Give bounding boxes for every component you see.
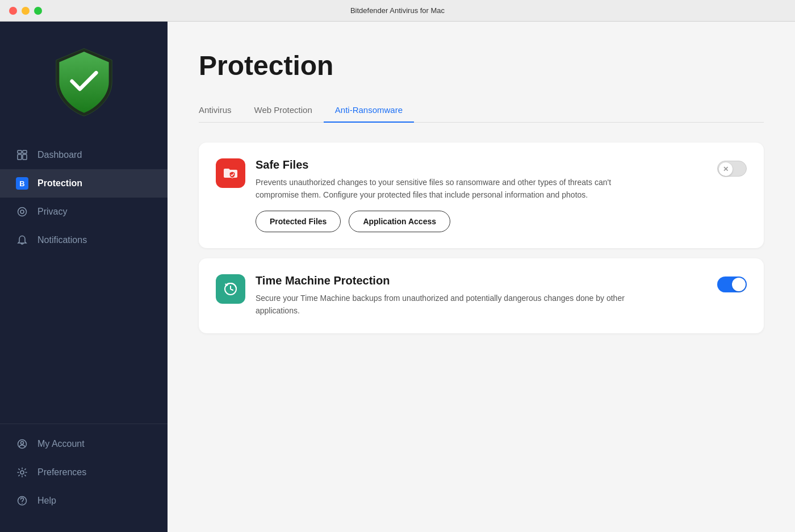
protected-files-button[interactable]: Protected Files xyxy=(256,211,341,232)
safe-files-card: Safe Files Prevents unauthorized changes… xyxy=(199,143,764,248)
window-title: Bitdefender Antivirus for Mac xyxy=(350,6,445,15)
privacy-icon xyxy=(16,206,28,218)
sidebar: Dashboard B Protection Privacy xyxy=(0,22,168,532)
preferences-icon xyxy=(16,466,28,479)
safe-files-description: Prevents unauthorized changes to your se… xyxy=(256,176,653,202)
safe-files-title: Safe Files xyxy=(256,158,707,171)
svg-point-8 xyxy=(20,471,24,474)
dashboard-icon xyxy=(16,149,28,161)
tab-antivirus[interactable]: Antivirus xyxy=(199,98,243,123)
sidebar-nav: Dashboard B Protection Privacy xyxy=(0,135,168,424)
app-container: Dashboard B Protection Privacy xyxy=(0,0,795,532)
tabs-container: Antivirus Web Protection Anti-Ransomware xyxy=(199,98,764,123)
main-content: Protection Antivirus Web Protection Anti… xyxy=(168,22,795,532)
x-mark-icon: ✕ xyxy=(723,166,729,172)
sidebar-item-my-account[interactable]: My Account xyxy=(0,430,168,458)
account-icon xyxy=(16,438,28,450)
sidebar-item-label-notifications: Notifications xyxy=(37,235,87,245)
sidebar-item-protection[interactable]: B Protection xyxy=(0,169,168,198)
time-machine-title: Time Machine Protection xyxy=(256,274,707,287)
sidebar-item-dashboard[interactable]: Dashboard xyxy=(0,141,168,169)
time-machine-toggle-switch[interactable]: ✓ xyxy=(717,277,747,292)
sidebar-item-preferences[interactable]: Preferences xyxy=(0,458,168,487)
toggle-knob: ✕ xyxy=(719,162,733,176)
notifications-icon xyxy=(16,234,28,246)
sidebar-item-help[interactable]: Help xyxy=(0,487,168,515)
time-machine-icon-wrap xyxy=(216,274,245,304)
time-machine-description: Secure your Time Machine backups from un… xyxy=(256,292,653,317)
check-mark-icon: ✓ xyxy=(735,280,742,288)
sidebar-logo xyxy=(0,22,168,135)
application-access-button[interactable]: Application Access xyxy=(349,211,450,232)
sidebar-item-privacy[interactable]: Privacy xyxy=(0,198,168,226)
close-button[interactable] xyxy=(9,7,17,15)
maximize-button xyxy=(34,7,42,15)
svg-rect-0 xyxy=(18,150,22,153)
title-bar: Bitdefender Antivirus for Mac xyxy=(0,0,795,22)
safe-files-buttons: Protected Files Application Access xyxy=(256,211,747,232)
safe-files-toggle-switch[interactable]: ✕ xyxy=(717,161,747,177)
svg-point-5 xyxy=(20,210,24,213)
sidebar-item-label-dashboard: Dashboard xyxy=(37,150,82,160)
sidebar-item-label-protection: Protection xyxy=(37,178,82,188)
time-machine-toggle[interactable]: ✓ xyxy=(717,277,747,292)
svg-point-4 xyxy=(18,208,27,216)
bitdefender-shield-icon xyxy=(47,44,121,118)
tab-web-protection[interactable]: Web Protection xyxy=(243,98,324,123)
b-shield-icon: B xyxy=(16,177,28,190)
minimize-button[interactable] xyxy=(22,7,30,15)
card-header-safe-files: Safe Files Prevents unauthorized changes… xyxy=(216,158,747,202)
sidebar-item-label-my-account: My Account xyxy=(37,439,85,449)
toggle-knob-on: ✓ xyxy=(732,278,746,291)
safe-files-icon-wrap xyxy=(216,158,245,188)
sidebar-item-label-preferences: Preferences xyxy=(37,467,86,477)
sidebar-bottom: My Account Preferences xyxy=(0,424,168,521)
svg-rect-3 xyxy=(23,154,27,160)
safe-files-body: Safe Files Prevents unauthorized changes… xyxy=(256,158,707,202)
tab-anti-ransomware[interactable]: Anti-Ransomware xyxy=(324,98,414,123)
sidebar-item-label-help: Help xyxy=(37,496,56,506)
svg-rect-2 xyxy=(18,154,22,160)
time-machine-card: Time Machine Protection Secure your Time… xyxy=(199,258,764,333)
protection-icon: B xyxy=(16,177,28,190)
svg-point-10 xyxy=(22,503,23,504)
time-machine-body: Time Machine Protection Secure your Time… xyxy=(256,274,707,317)
svg-point-7 xyxy=(21,442,24,445)
window-controls xyxy=(9,7,42,15)
sidebar-item-notifications[interactable]: Notifications xyxy=(0,226,168,254)
page-title: Protection xyxy=(199,50,764,81)
sidebar-item-label-privacy: Privacy xyxy=(37,207,67,217)
help-icon xyxy=(16,495,28,507)
card-header-time-machine: Time Machine Protection Secure your Time… xyxy=(216,274,747,317)
svg-rect-1 xyxy=(23,150,27,153)
safe-files-toggle[interactable]: ✕ xyxy=(717,161,747,177)
